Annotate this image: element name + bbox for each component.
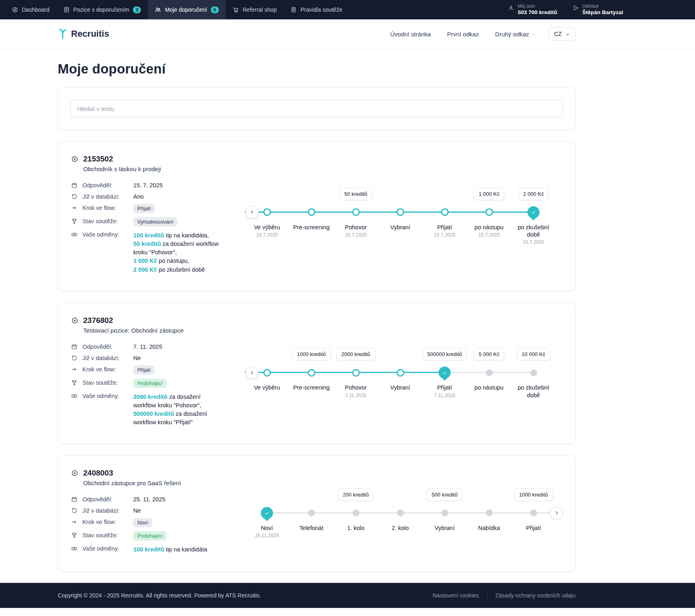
chevron-left-icon [250, 370, 255, 375]
logout-icon [573, 5, 579, 11]
nav-link-label: Úvodní stránka [390, 31, 431, 38]
account-credits-text: Můj účet503 700 kreditů [518, 3, 557, 16]
chevron-left-icon [250, 210, 255, 215]
timeline-stage: 500000 kreditůPřijatí7.11.2025 [422, 348, 467, 398]
timeline-node-future [530, 509, 537, 516]
status-badge: Probíhající [133, 531, 166, 541]
timeline-stage: 200 kreditů1. kolo [334, 488, 378, 538]
timeline-node-wrap [397, 367, 404, 379]
field-label: Krok ve flow: [82, 365, 133, 373]
dashboard-icon [12, 6, 18, 13]
timeline-next-button[interactable] [550, 507, 563, 520]
reward-description: po nástupu, [157, 258, 189, 264]
stage-label: 2. kolo [392, 524, 409, 532]
reward-line: 2000 kreditů za dosažení workflow kroku … [133, 393, 220, 410]
nav-link-label: Druhý odkaz [495, 31, 529, 38]
status-badge: Probíhající [133, 379, 166, 388]
rewards-text: 100 kreditů tip na kandidáta,50 kreditů … [133, 230, 220, 274]
reward-chip: 1 000 Kč [474, 188, 504, 200]
timeline-node-wrap [530, 507, 537, 519]
nav-link-second-link[interactable]: Druhý odkaz [495, 31, 536, 38]
status-badge: Noví [133, 518, 152, 527]
field-value: 15. 7. 2025 [133, 181, 163, 189]
referral-info: 2376802Testovací pozice: Obchodní zástup… [71, 316, 245, 431]
referral-header: 2153502 [71, 155, 245, 163]
search-card [58, 87, 575, 130]
timeline-node-current [527, 206, 540, 218]
stage-date: 15.7.2025 [345, 232, 366, 238]
field-row: Již v databázi:Ne [71, 507, 245, 514]
rewards-text: 100 kreditů tip na kandidáta [133, 545, 220, 554]
language-selector[interactable]: CZ [548, 27, 575, 41]
logout-button[interactable]: OdhlásitŠtěpán Bartyzal [573, 3, 623, 16]
footer-links: Nastavení cookiesZásady ochrany osobních… [424, 592, 575, 599]
field-row: Stav soutěže:Probíhající [71, 531, 245, 541]
history-icon [71, 193, 78, 200]
field-row: Vaše odměny:100 kreditů tip na kandidáta… [71, 230, 245, 274]
language-selected: CZ [554, 31, 562, 37]
timeline-node-done [485, 208, 493, 216]
reward-description: po zkušební době [157, 266, 205, 273]
stage-label: po nástupu [475, 384, 504, 391]
chevron-down-icon [532, 32, 536, 37]
stage-date: 7.11.2025 [434, 393, 456, 398]
footer-link-privacy[interactable]: Zásady ochrany osobních udaju [487, 592, 575, 599]
timeline-stage: Nabídka [467, 488, 511, 538]
timeline-node-wrap [263, 367, 271, 379]
field-label: Odpověděl: [82, 343, 133, 350]
status-badge: Přijatí [133, 204, 155, 213]
stage-label: Vybraní [390, 384, 410, 391]
stage-label: Ve výběru [254, 224, 280, 231]
account-credits[interactable]: Můj účet503 700 kreditů [508, 3, 557, 16]
recruitis-logo-icon [58, 28, 67, 40]
referral-id: 2153502 [83, 155, 113, 163]
topbar-item-my-referrals[interactable]: Moje doporučení6 [148, 0, 226, 19]
stage-label: Ve výběru [254, 384, 280, 391]
status-badge: Přijatí [133, 365, 155, 375]
timeline-stage: 1000 kreditůPre-screening [289, 348, 334, 398]
topbar-item-label: Pravidla soutěže [300, 6, 342, 13]
reward-amount: 100 kreditů [133, 232, 164, 239]
timeline-node-done [397, 369, 404, 377]
logout-button-text: OdhlásitŠtěpán Bartyzal [582, 3, 623, 16]
timeline-stage: 50 kreditůPohovor15.7.2025 [334, 188, 378, 245]
field-label: Již v databázi: [82, 354, 133, 361]
topbar-item-referral-shop[interactable]: Referral shop [226, 0, 283, 19]
reward-chip: 50 kreditů [339, 188, 372, 200]
target-icon [71, 469, 78, 477]
timeline: Noví25.11.2025Telefonát200 kreditů1. kol… [245, 488, 556, 538]
timeline-node-wrap [530, 367, 537, 379]
timeline-stage: 5 000 Kčpo nástupu [467, 348, 511, 398]
field-label: Již v databázi: [82, 507, 133, 514]
timeline-prev-button[interactable] [246, 206, 258, 219]
referral-info: 2408003Obchodní zástupce pro SaaS řešení… [71, 469, 245, 558]
timeline-stage: Telefonát [289, 488, 334, 538]
timeline-node-wrap [261, 507, 273, 519]
topbar-item-positions[interactable]: Pozice s doporučením3 [57, 0, 148, 19]
field-row: Již v databázi:Ne [71, 354, 245, 361]
topbar-item-contest-rules[interactable]: Pravidla soutěže [283, 0, 349, 19]
timeline-stage: Vybraní [378, 348, 422, 398]
footer-link-cookies[interactable]: Nastavení cookies [424, 592, 487, 599]
positions-icon [63, 6, 70, 13]
search-input[interactable] [70, 100, 563, 117]
topbar: DashboardPozice s doporučením3Moje dopor… [0, 0, 695, 19]
reward-line: 2 000 Kč po zkušební době [133, 266, 220, 274]
timeline-stage: Přijatí15.7.2025 [422, 188, 467, 245]
logout-button-value: Štěpán Bartyzal [582, 9, 623, 16]
timeline-node-wrap [352, 367, 360, 379]
account-credits-value: 503 700 kreditů [518, 9, 557, 16]
reward-amount: 50 kreditů [133, 241, 161, 247]
nav-link-home[interactable]: Úvodní stránka [390, 31, 431, 38]
reward-description: tip na kandidáta [164, 546, 207, 553]
brand-logo[interactable]: Recruitis [58, 28, 109, 40]
reward-chip: 1000 kreditů [292, 348, 331, 360]
topbar-item-dashboard[interactable]: Dashboard [5, 0, 57, 19]
trophy-icon [71, 532, 78, 538]
nav-link-first-link[interactable]: První odkaz [447, 31, 479, 38]
stage-label: Pohovor [345, 224, 367, 231]
stage-date: 25.11.2025 [255, 533, 279, 538]
timeline-node-current [261, 507, 273, 519]
field-row: Vaše odměny:100 kreditů tip na kandidáta [71, 545, 245, 554]
copyright-text: Copyright © 2024 - 2025 Recruitis. All r… [58, 592, 261, 599]
